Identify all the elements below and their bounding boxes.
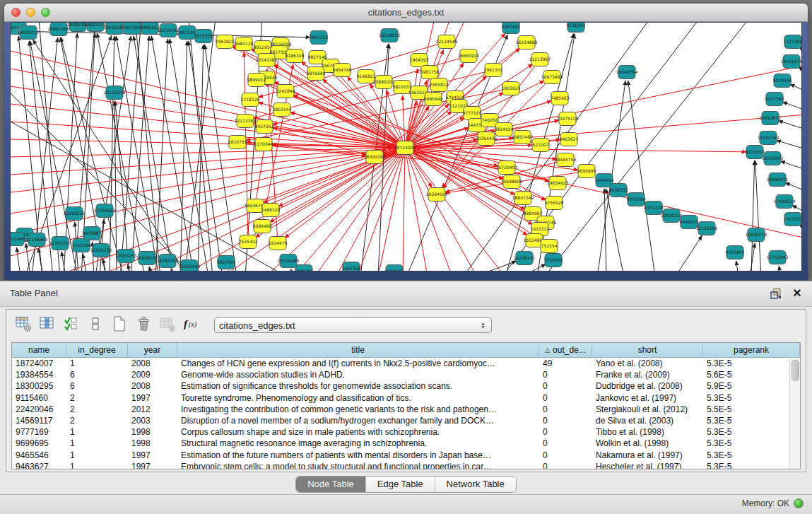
graph-node[interactable]: 18495756 bbox=[555, 153, 577, 167]
graph-node[interactable]: 1567306 bbox=[342, 262, 361, 272]
network-canvas[interactable]: 1872400718300295193845547463822996012889… bbox=[10, 22, 802, 271]
table-settings-button[interactable] bbox=[13, 315, 33, 335]
graph-node[interactable]: 7463822 bbox=[216, 35, 235, 49]
table-scrollbar[interactable] bbox=[789, 358, 800, 469]
graph-node[interactable]: 12444159 bbox=[758, 132, 779, 145]
graph-node[interactable]: 16210643 bbox=[762, 152, 784, 165]
graph-node[interactable]: 16660910 bbox=[458, 49, 480, 63]
graph-node[interactable]: 9466161 bbox=[141, 23, 160, 35]
graph-node[interactable]: 1914479 bbox=[269, 237, 288, 250]
graph-node[interactable]: 1170044 bbox=[254, 138, 273, 151]
graph-node[interactable]: 8186328 bbox=[286, 49, 305, 63]
graph-node[interactable]: 20153346 bbox=[104, 86, 126, 100]
column-select-button[interactable] bbox=[37, 315, 57, 335]
table-row[interactable]: 946554611997Estimation of the future num… bbox=[12, 450, 800, 461]
column-header-out_de[interactable]: △out_de... bbox=[539, 343, 592, 357]
graph-node[interactable]: 6099489 bbox=[253, 220, 272, 233]
graph-node[interactable]: 16958107 bbox=[136, 252, 158, 265]
graph-node[interactable]: 3824554 bbox=[495, 123, 514, 136]
graph-node[interactable]: 8454749 bbox=[333, 64, 352, 77]
column-header-name[interactable]: name bbox=[12, 343, 66, 357]
graph-node[interactable]: 12505135 bbox=[90, 244, 112, 257]
graph-node[interactable]: 621007 bbox=[532, 139, 549, 152]
graph-node[interactable]: 1186301 bbox=[295, 265, 314, 272]
graph-node[interactable]: 1753426 bbox=[544, 254, 563, 267]
graph-node[interactable]: 8136104 bbox=[567, 23, 586, 33]
table-row[interactable]: 2242004622012Investigating the contribut… bbox=[12, 404, 800, 415]
row-select-button[interactable] bbox=[61, 315, 81, 335]
graph-node[interactable]: 9960128 bbox=[235, 37, 254, 51]
graph-node[interactable]: 9699695 bbox=[577, 165, 596, 178]
tab-node-table[interactable]: Node Table bbox=[296, 477, 365, 492]
new-document-button[interactable] bbox=[110, 315, 129, 335]
delete-button[interactable] bbox=[134, 315, 153, 335]
graph-node[interactable]: 752254 bbox=[541, 240, 558, 253]
graph-node[interactable]: 1167533 bbox=[784, 213, 801, 226]
graph-node[interactable]: 5875685 bbox=[307, 67, 326, 81]
graph-node[interactable]: 8938533 bbox=[609, 184, 628, 197]
graph-node[interactable]: 19654923 bbox=[547, 177, 569, 190]
graph-node[interactable]: 12923448 bbox=[179, 260, 201, 272]
graph-node[interactable]: 1961372 bbox=[484, 64, 503, 77]
graph-node[interactable]: 10688609 bbox=[501, 175, 523, 189]
graph-node[interactable]: 9372184 bbox=[627, 193, 646, 206]
graph-node[interactable]: 8215953 bbox=[746, 146, 765, 159]
graph-node[interactable]: 9463627 bbox=[560, 133, 579, 146]
graph-node[interactable]: 3242844 bbox=[276, 85, 295, 98]
zoom-window-button[interactable] bbox=[41, 8, 50, 17]
graph-node[interactable]: 8427552 bbox=[255, 120, 274, 134]
graph-node[interactable]: 16648784 bbox=[616, 66, 638, 79]
table-row[interactable]: 969969511998Structural magnetic resonanc… bbox=[12, 438, 800, 449]
graph-node[interactable]: 3915948 bbox=[11, 233, 25, 246]
graph-node[interactable]: 9857791 bbox=[217, 256, 236, 269]
graph-node[interactable]: 1498220 bbox=[261, 204, 281, 217]
graph-node[interactable]: 17752043 bbox=[767, 251, 789, 264]
graph-node[interactable]: 9777169 bbox=[463, 107, 482, 120]
memory-status-indicator[interactable] bbox=[794, 498, 804, 508]
graph-node[interactable]: 12213363 bbox=[235, 115, 257, 128]
graph-node[interactable]: 15136141 bbox=[514, 252, 536, 265]
graph-node[interactable]: 12975115 bbox=[557, 112, 579, 126]
graph-node[interactable]: 9227343 bbox=[765, 93, 784, 106]
graph-node[interactable]: 16543382 bbox=[256, 54, 278, 67]
graph-node[interactable]: 7955812 bbox=[430, 78, 449, 92]
graph-node[interactable]: 18724007 bbox=[394, 141, 416, 155]
graph-node[interactable]: 11156869 bbox=[26, 233, 48, 247]
graph-node[interactable]: 9899012 bbox=[247, 74, 266, 87]
graph-node[interactable]: 12093872 bbox=[760, 112, 782, 125]
graph-node[interactable]: 6961758 bbox=[420, 66, 440, 79]
graph-node[interactable]: 15751074 bbox=[781, 55, 801, 69]
tab-network-table[interactable]: Network Table bbox=[435, 477, 516, 492]
table-row[interactable]: 1872400712008Changes of HCN gene express… bbox=[12, 358, 800, 369]
minimize-window-button[interactable] bbox=[26, 8, 35, 17]
float-panel-button[interactable] bbox=[770, 287, 782, 300]
canvas-resize-grip[interactable] bbox=[11, 23, 22, 34]
graph-node[interactable]: 12213967 bbox=[529, 53, 551, 66]
graph-node[interactable]: 19892971 bbox=[767, 173, 789, 187]
graph-node[interactable]: 9118542 bbox=[385, 265, 404, 272]
graph-node[interactable]: 1117304 bbox=[784, 35, 801, 49]
table-row[interactable]: 1938455462009Genome-wide association stu… bbox=[12, 369, 800, 380]
close-panel-button[interactable]: ✕ bbox=[791, 287, 804, 300]
graph-node[interactable]: 19384554 bbox=[426, 188, 448, 201]
graph-node[interactable]: 10973493 bbox=[541, 71, 563, 84]
table-row[interactable]: 1830029562008Estimation of significance … bbox=[12, 380, 800, 392]
column-header-year[interactable]: year bbox=[128, 343, 177, 357]
graph-node[interactable]: 9756928 bbox=[545, 197, 564, 210]
column-header-short[interactable]: short bbox=[592, 343, 703, 357]
table-scrollbar-thumb[interactable] bbox=[792, 360, 799, 381]
graph-node[interactable]: 20364436 bbox=[476, 132, 498, 146]
column-header-in_degree[interactable]: in_degree bbox=[66, 343, 128, 357]
graph-node[interactable]: 17016514 bbox=[774, 195, 796, 209]
graph-node[interactable]: 20206536 bbox=[64, 207, 86, 221]
graph-node[interactable]: 12342757 bbox=[49, 237, 71, 250]
graph-node[interactable]: 1964093 bbox=[410, 54, 429, 67]
graph-node[interactable]: 1527602 bbox=[123, 23, 142, 35]
graph-node[interactable]: 19218506 bbox=[379, 29, 401, 42]
graph-node[interactable]: 17359924 bbox=[94, 204, 116, 218]
graph-node[interactable]: 2718120 bbox=[241, 93, 260, 107]
graph-node[interactable]: 7625402 bbox=[239, 235, 258, 249]
graph-node[interactable]: 2087682 bbox=[502, 23, 521, 34]
graph-node[interactable]: 9372845 bbox=[726, 246, 745, 259]
graph-node[interactable]: 16782759 bbox=[157, 255, 179, 268]
